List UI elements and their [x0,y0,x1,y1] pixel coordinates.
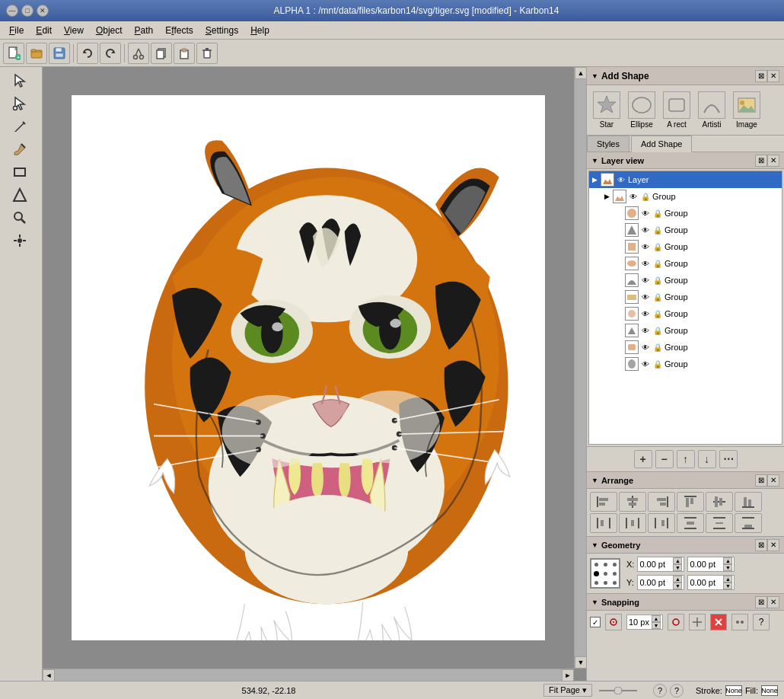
draw-tool-button[interactable] [2,116,38,137]
layer-eye-1[interactable]: 👁 [628,191,639,202]
geometry-close-button[interactable]: ✕ [767,539,779,551]
menu-view[interactable]: View [58,24,90,37]
arrange-collapse[interactable]: ▼ [591,477,598,484]
layer-eye-9[interactable]: 👁 [640,325,651,336]
align-center-v-button[interactable] [706,492,733,512]
zoom-tool-button[interactable] [2,207,38,228]
layer-eye-6[interactable]: 👁 [640,275,651,286]
anchor-mm[interactable] [601,569,610,578]
layer-view-close-button[interactable]: ✕ [767,155,779,167]
layer-item-group9[interactable]: ▶ 👁 🔒 Group [589,322,782,339]
arrange-detach-button[interactable]: ⊠ [755,474,767,487]
snapping-close-button[interactable]: ✕ [767,596,779,608]
anchor-br[interactable] [610,578,619,587]
add-shape-collapse[interactable]: ▼ [591,72,598,80]
layer-item-group7[interactable]: ▶ 👁 🔒 Group [589,289,782,305]
y2-spin-up[interactable]: ▲ [723,576,732,582]
layer-item-group4[interactable]: ▶ 👁 🔒 Group [589,238,782,255]
scroll-up-button[interactable]: ▲ [575,67,586,79]
layer-lock-9[interactable]: 🔒 [652,325,663,336]
shape-tool-button[interactable] [2,184,38,206]
menu-object[interactable]: Object [90,24,129,37]
layer-lock-3[interactable]: 🔒 [652,225,663,235]
anchor-tl[interactable] [591,560,601,569]
drawing-canvas[interactable] [71,94,546,641]
menu-path[interactable]: Path [129,24,160,37]
rect-tool-button[interactable] [2,161,38,183]
window-minimize-button[interactable]: — [6,5,18,17]
pan-tool-button[interactable] [2,230,38,251]
align-left-button[interactable] [590,492,617,512]
titlebar-controls[interactable]: — □ ✕ [6,5,49,17]
layer-item-group6[interactable]: ▶ 👁 🔒 Group [589,272,782,289]
horizontal-scrollbar[interactable]: ◄ ► [43,669,574,681]
canvas-container[interactable]: ▲ ▼ ◄ ► [43,67,586,681]
layer-lock-10[interactable]: 🔒 [652,342,663,353]
layer-eye-7[interactable]: 👁 [640,292,651,302]
menu-settings[interactable]: Settings [199,24,244,37]
layer-item-group8[interactable]: ▶ 👁 🔒 Group [589,305,782,322]
scroll-right-button[interactable]: ► [562,669,574,681]
layer-lock-2[interactable]: 🔒 [652,208,663,219]
delete-button[interactable] [196,43,218,64]
window-close-button[interactable]: ✕ [37,5,49,17]
redo-button[interactable] [100,43,121,64]
select-tool-button[interactable] [2,70,38,91]
layer-remove-button[interactable]: − [655,450,674,468]
layer-eye-5[interactable]: 👁 [640,258,651,269]
vertical-scrollbar[interactable]: ▲ ▼ [574,67,586,669]
layer-eye-8[interactable]: 👁 [640,308,651,319]
x-spin-down[interactable]: ▼ [673,564,682,571]
zoom-fit-button[interactable]: Fit Page ▾ [543,684,592,697]
layer-eye-10[interactable]: 👁 [640,342,651,353]
arect-shape-button[interactable]: A rect [661,90,692,130]
layer-item-group2[interactable]: ▶ 👁 🔒 Group [589,205,782,222]
help-btn-1[interactable]: ? [653,684,667,697]
layer-eye-0[interactable]: 👁 [616,174,626,185]
menu-file[interactable]: File [3,24,30,37]
x2-spin-up[interactable]: ▲ [723,557,732,564]
layer-list[interactable]: ▶ 👁 Layer ▶ 👁 🔒 Group [588,171,782,445]
snapping-enable-checkbox[interactable]: ✓ [590,617,601,627]
y2-spin-down[interactable]: ▼ [723,582,732,589]
align-bottom-button[interactable] [735,492,762,512]
y-spin-down[interactable]: ▼ [673,582,682,589]
layer-view-collapse[interactable]: ▼ [591,157,598,164]
scroll-left-button[interactable]: ◄ [43,669,55,681]
add-shape-detach-button[interactable]: ⊠ [755,70,767,82]
layer-lock-11[interactable]: 🔒 [652,359,663,369]
image-shape-button[interactable]: Image [731,90,762,130]
layer-lock-4[interactable]: 🔒 [652,241,663,252]
anchor-ml[interactable] [591,569,601,578]
snap-dot-3[interactable] [689,614,706,630]
layer-item-layer[interactable]: ▶ 👁 Layer [589,171,782,188]
tab-add-shape[interactable]: Add Shape [631,136,692,152]
anchor-bl[interactable] [591,578,601,587]
layer-eye-11[interactable]: 👁 [640,359,651,369]
anchor-widget[interactable] [590,558,620,589]
layer-more-button[interactable]: ⋯ [719,450,738,468]
layer-item-group5[interactable]: ▶ 👁 🔒 Group [589,255,782,272]
anchor-tm[interactable] [601,560,610,569]
dist-left-button[interactable] [590,513,617,533]
dist-bottom-button[interactable] [735,513,762,533]
layer-item-group10[interactable]: ▶ 👁 🔒 Group [589,339,782,356]
dist-right-button[interactable] [648,513,675,533]
x2-spin-down[interactable]: ▼ [723,564,732,571]
snapping-collapse[interactable]: ▼ [591,598,598,606]
dist-center-h-button[interactable] [619,513,646,533]
layer-lock-8[interactable]: 🔒 [652,308,663,319]
star-shape-button[interactable]: Star [591,90,622,130]
x-spin-up[interactable]: ▲ [673,557,682,564]
snap-dot-1[interactable] [605,614,622,630]
layer-lock-7[interactable]: 🔒 [652,292,663,302]
node-tool-button[interactable] [2,93,38,114]
arrange-close-button[interactable]: ✕ [767,474,779,487]
fill-color-box[interactable]: None [761,685,778,696]
layer-move-down-button[interactable]: ↓ [698,450,716,468]
align-top-button[interactable] [677,492,704,512]
tab-styles[interactable]: Styles [587,136,629,152]
cut-button[interactable] [128,43,149,64]
window-maximize-button[interactable]: □ [21,5,33,17]
snapping-detach-button[interactable]: ⊠ [755,596,767,608]
